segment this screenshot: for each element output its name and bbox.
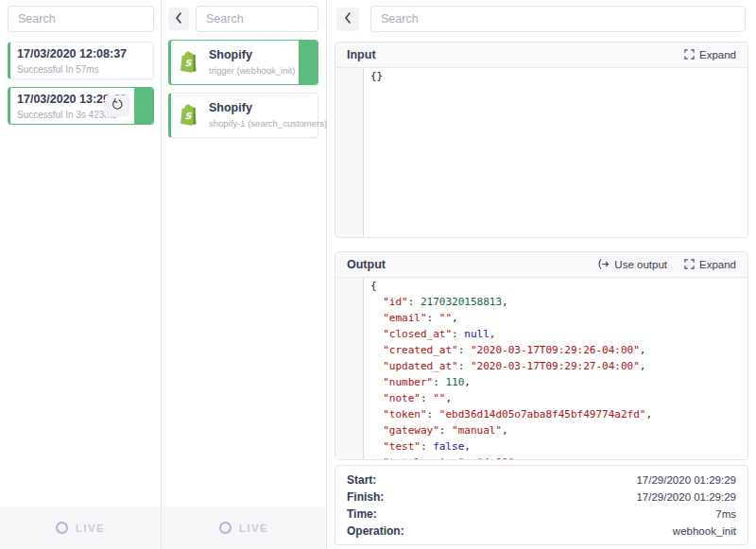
retry-icon <box>111 98 124 114</box>
step-item[interactable]: SShopifyshopify-1 (search_customers) <box>168 93 318 138</box>
code-content: "email": "", <box>364 310 458 326</box>
code-token: "ebd36d14d05o7aba8f45bf49774a2fd" <box>439 408 646 420</box>
live-ring-icon <box>219 522 232 534</box>
retry-button[interactable] <box>105 95 129 117</box>
input-expand-label: Expand <box>699 49 736 60</box>
selected-indicator <box>134 88 153 124</box>
code-token: "closed_at" <box>370 328 452 340</box>
code-line: 1{} <box>335 68 747 84</box>
detail-search-input[interactable] <box>370 6 746 32</box>
code-line: 6 "updated_at": "2020-03-17T09:29:27-04:… <box>335 358 747 374</box>
use-output-label: Use output <box>614 259 667 270</box>
selected-indicator <box>299 41 318 84</box>
meta-row: Operation:webhook_init <box>347 523 736 540</box>
app-root: 17/03/2020 12:08:37Successful In 57ms17/… <box>0 0 756 549</box>
code-token: 2170320158813 <box>421 296 502 308</box>
code-token: "token" <box>370 408 427 420</box>
run-subtitle: Successful In 3s 423ms <box>17 109 153 121</box>
code-token: "updated_at" <box>370 360 458 372</box>
expand-icon <box>684 49 695 61</box>
code-token: , <box>464 440 471 453</box>
output-expand-button[interactable]: Expand <box>684 259 736 271</box>
code-token: , <box>464 376 471 388</box>
code-line: 3 "email": "", <box>335 310 747 326</box>
code-line: 9 "token": "ebd36d14d05o7aba8f45bf49774a… <box>335 406 747 422</box>
code-token: {} <box>370 70 383 82</box>
input-code-area: 1{} <box>335 68 747 238</box>
run-item-body: 17/03/2020 12:08:37Successful In 57ms <box>10 43 153 76</box>
detail-back-button[interactable] <box>336 8 359 31</box>
run-item[interactable]: 17/03/2020 13:29:29Successful In 3s 423m… <box>8 87 154 125</box>
code-line: 1{ <box>335 278 747 294</box>
code-token: , <box>645 408 652 420</box>
code-token: : <box>458 360 471 372</box>
step-item[interactable]: SShopifytrigger (webhook_init) <box>168 40 318 85</box>
code-token: "" <box>433 392 445 404</box>
input-panel-header: Input Expand <box>335 43 747 68</box>
chevron-left-icon <box>344 12 352 26</box>
meta-value: 7ms <box>715 508 736 520</box>
steps-live-toggle[interactable]: LIVE <box>162 506 326 549</box>
use-output-button[interactable]: Use output <box>597 259 667 271</box>
code-token: : <box>439 424 452 437</box>
code-token: : <box>408 296 421 308</box>
code-token: : <box>427 408 439 420</box>
code-token: "test" <box>370 440 421 453</box>
code-token: "4.00" <box>477 456 515 460</box>
live-label: LIVE <box>239 523 269 534</box>
code-line: 8 "note": "", <box>335 390 747 406</box>
input-panel-title: Input <box>347 48 376 61</box>
meta-label: Time: <box>347 507 377 521</box>
chevron-left-icon <box>175 12 182 26</box>
code-line: 5 "created_at": "2020-03-17T09:29:26-04:… <box>335 342 747 358</box>
steps-search-input[interactable] <box>196 6 318 32</box>
svg-text:S: S <box>185 58 193 68</box>
output-code-area[interactable]: 1{2 "id": 2170320158813,3 "email": "",4 … <box>335 278 747 460</box>
input-expand-button[interactable]: Expand <box>684 49 736 61</box>
code-token: , <box>490 328 496 340</box>
run-item[interactable]: 17/03/2020 12:08:37Successful In 57ms <box>8 42 154 79</box>
code-token: "" <box>439 312 452 324</box>
code-token: "number" <box>370 376 433 388</box>
code-token: "id" <box>370 296 408 308</box>
code-content: "test": false, <box>364 438 471 455</box>
step-app-name: Shopify <box>209 101 318 115</box>
runs-live-toggle[interactable]: LIVE <box>0 506 161 549</box>
steps-list: SShopifytrigger (webhook_init)SShopifysh… <box>168 40 318 146</box>
svg-text:S: S <box>185 111 193 121</box>
live-label: LIVE <box>76 523 106 534</box>
meta-label: Start: <box>347 473 376 487</box>
meta-row: Finish:17/29/2020 01:29:29 <box>347 489 736 506</box>
code-token: "gateway" <box>370 424 439 437</box>
output-panel: Output Use output Expand 1{2 "id": <box>335 251 748 460</box>
code-token: "note" <box>370 392 421 404</box>
code-content: {} <box>364 68 383 84</box>
code-line: 10 "gateway": "manual", <box>335 422 747 438</box>
code-token: , <box>502 424 508 437</box>
meta-value: 17/29/2020 01:29:29 <box>636 474 736 486</box>
code-token: : <box>421 440 433 453</box>
code-token: "email" <box>370 312 427 324</box>
meta-row: Time:7ms <box>347 506 736 523</box>
code-token: , <box>445 392 452 404</box>
code-token: : <box>421 392 433 404</box>
code-line: 7 "number": 110, <box>335 374 747 390</box>
run-subtitle: Successful In 57ms <box>17 63 153 76</box>
step-item-body: Shopifyshopify-1 (search_customers) <box>209 94 318 129</box>
run-title: 17/03/2020 12:08:37 <box>17 47 153 61</box>
code-content: "token": "ebd36d14d05o7aba8f45bf49774a2f… <box>364 406 652 422</box>
output-expand-label: Expand <box>699 259 736 270</box>
code-token: : <box>464 456 476 460</box>
code-content: "note": "", <box>364 390 452 406</box>
run-meta-panel: Start:17/29/2020 01:29:29Finish:17/29/20… <box>335 465 748 545</box>
steps-back-button[interactable] <box>168 8 189 30</box>
code-token: : <box>458 344 471 356</box>
code-token: , <box>452 312 458 324</box>
code-token: "manual" <box>452 424 502 437</box>
code-token: "created_at" <box>370 344 458 356</box>
code-token: { <box>370 280 377 292</box>
output-panel-title: Output <box>347 258 386 271</box>
runs-search-input[interactable] <box>8 6 154 32</box>
run-item-body: 17/03/2020 13:29:29Successful In 3s 423m… <box>10 88 153 121</box>
code-token: : <box>427 312 439 324</box>
